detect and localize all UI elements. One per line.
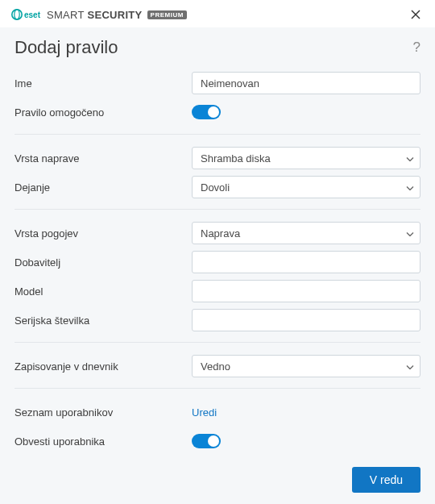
brand-text: SMART SECURITY bbox=[47, 9, 143, 21]
action-value: Dovoli bbox=[201, 181, 230, 194]
notify-toggle[interactable] bbox=[192, 434, 221, 448]
divider bbox=[14, 342, 420, 343]
row-model: Model bbox=[14, 277, 420, 305]
label-device-type: Vrsta naprave bbox=[14, 152, 192, 165]
row-serial: Serijska številka bbox=[14, 306, 420, 334]
label-name: Ime bbox=[14, 77, 192, 90]
criteria-type-value: Naprava bbox=[201, 227, 240, 240]
label-vendor: Dobavitelj bbox=[14, 256, 192, 269]
label-criteria-type: Vrsta pogojev bbox=[14, 227, 192, 240]
device-type-select[interactable]: Shramba diska bbox=[192, 147, 420, 169]
brand: eset SMART SECURITY PREMIUM bbox=[11, 9, 187, 21]
logging-value: Vedno bbox=[201, 360, 230, 373]
header: Dodaj pravilo ? bbox=[0, 27, 435, 69]
content: Ime Pravilo omogočeno Vrsta naprave Shra… bbox=[0, 69, 435, 455]
help-icon: ? bbox=[413, 40, 420, 55]
row-vendor: Dobavitelj bbox=[14, 248, 420, 276]
row-name: Ime bbox=[14, 69, 420, 97]
svg-text:eset: eset bbox=[24, 10, 41, 19]
brand-suffix: SECURITY bbox=[87, 9, 142, 21]
device-type-value: Shramba diska bbox=[201, 152, 271, 165]
logging-select[interactable]: Vedno bbox=[192, 355, 420, 377]
action-select[interactable]: Dovoli bbox=[192, 176, 420, 198]
label-notify: Obvesti uporabnika bbox=[14, 435, 192, 448]
vendor-input[interactable] bbox=[192, 251, 420, 273]
row-enabled: Pravilo omogočeno bbox=[14, 98, 420, 126]
label-serial: Serijska številka bbox=[14, 314, 192, 327]
footer: V redu bbox=[352, 467, 420, 493]
criteria-type-select[interactable]: Naprava bbox=[192, 222, 420, 244]
enabled-toggle[interactable] bbox=[192, 105, 221, 119]
divider bbox=[14, 209, 420, 210]
svg-point-1 bbox=[14, 10, 19, 19]
close-button[interactable] bbox=[408, 6, 424, 23]
label-model: Model bbox=[14, 285, 192, 298]
svg-point-0 bbox=[12, 10, 22, 19]
close-icon bbox=[411, 10, 420, 19]
divider bbox=[14, 134, 420, 135]
model-input[interactable] bbox=[192, 280, 420, 302]
name-input[interactable] bbox=[192, 72, 420, 94]
serial-input[interactable] bbox=[192, 309, 420, 331]
edit-user-list-link[interactable]: Uredi bbox=[192, 406, 217, 419]
row-device-type: Vrsta naprave Shramba diska bbox=[14, 144, 420, 172]
page-title: Dodaj pravilo bbox=[14, 37, 118, 58]
brand-prefix: SMART bbox=[47, 9, 85, 21]
label-action: Dejanje bbox=[14, 181, 192, 194]
label-logging: Zapisovanje v dnevnik bbox=[14, 360, 192, 373]
ok-button[interactable]: V redu bbox=[352, 467, 420, 493]
row-notify: Obvesti uporabnika bbox=[14, 427, 420, 455]
row-criteria-type: Vrsta pogojev Naprava bbox=[14, 219, 420, 247]
divider bbox=[14, 388, 420, 389]
eset-logo-icon: eset bbox=[11, 9, 42, 20]
row-logging: Zapisovanje v dnevnik Vedno bbox=[14, 352, 420, 380]
help-button[interactable]: ? bbox=[413, 40, 420, 56]
titlebar: eset SMART SECURITY PREMIUM bbox=[0, 0, 435, 27]
label-enabled: Pravilo omogočeno bbox=[14, 106, 192, 119]
row-action: Dejanje Dovoli bbox=[14, 173, 420, 201]
label-user-list: Seznam uporabnikov bbox=[14, 406, 192, 419]
row-user-list: Seznam uporabnikov Uredi bbox=[14, 398, 420, 426]
premium-badge: PREMIUM bbox=[147, 10, 187, 19]
